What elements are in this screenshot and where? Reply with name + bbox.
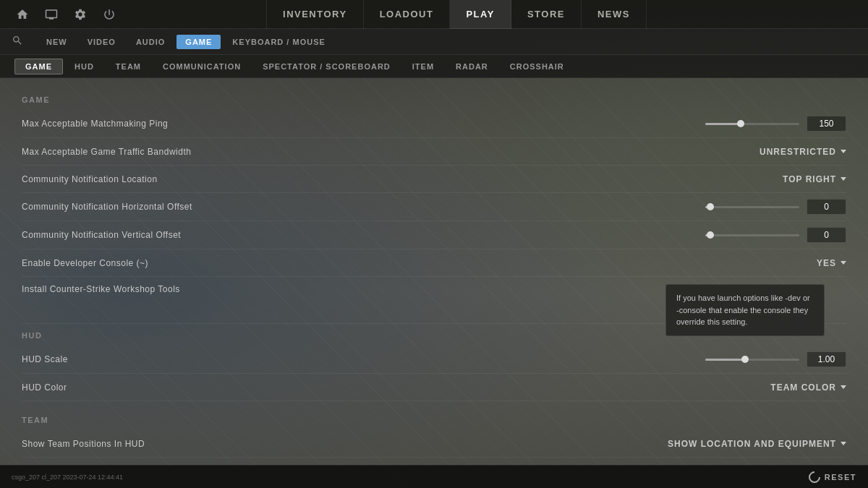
nav-news[interactable]: NEWS: [582, 0, 647, 29]
top-nav: INVENTORY LOADOUT PLAY STORE NEWS: [0, 0, 868, 29]
sub-tabs: GAME HUD TEAM COMMUNICATION SPECTATOR / …: [0, 55, 868, 78]
chevron-down-icon: [841, 442, 846, 445]
notif-horiz-label: Community Notification Horizontal Offset: [22, 202, 192, 212]
tab-audio[interactable]: AUDIO: [127, 35, 174, 49]
notif-vert-input[interactable]: [807, 227, 846, 243]
section-team: Team Show Team Positions In HUD SHOW LOC…: [22, 416, 846, 465]
nav-loadout[interactable]: LOADOUT: [364, 0, 451, 29]
section-game-label: Game: [22, 95, 846, 104]
tab-game[interactable]: GAME: [176, 35, 221, 49]
settings-tabs: NEW VIDEO AUDIO GAME KEYBOARD / MOUSE: [38, 35, 334, 49]
row-notif-location: Community Notification Location TOP RIGH…: [22, 166, 846, 193]
dev-console-dropdown[interactable]: YES: [817, 258, 846, 268]
row-notif-horiz: Community Notification Horizontal Offset: [22, 193, 846, 221]
team-positions-label: Show Team Positions In HUD: [22, 439, 145, 449]
notif-horiz-control: [705, 199, 846, 215]
subtab-radar[interactable]: RADAR: [446, 59, 498, 74]
matchmaking-ping-control: [705, 116, 846, 132]
settings-bar: NEW VIDEO AUDIO GAME KEYBOARD / MOUSE: [0, 29, 868, 55]
reset-icon: [806, 468, 822, 485]
bandwidth-label: Max Acceptable Game Traffic Bandwidth: [22, 147, 191, 157]
bandwidth-control: UNRESTRICTED: [760, 147, 846, 157]
row-hud-color: HUD Color TEAM COLOR: [22, 374, 846, 401]
row-install-workshop: Install Counter-Strike Workshop Tools If…: [22, 277, 846, 324]
row-hud-scale: HUD Scale: [22, 346, 846, 374]
chevron-down-icon: [841, 150, 846, 153]
matchmaking-ping-label: Max Acceptable Matchmaking Ping: [22, 119, 168, 129]
hud-color-dropdown[interactable]: TEAM COLOR: [770, 382, 846, 393]
team-positions-control: SHOW LOCATION AND EQUIPMENT: [668, 439, 846, 449]
team-positions-dropdown[interactable]: SHOW LOCATION AND EQUIPMENT: [668, 439, 846, 449]
dev-console-control: YES: [817, 258, 846, 268]
main-content: Game Max Acceptable Matchmaking Ping Max…: [0, 78, 868, 465]
hud-scale-input[interactable]: [807, 351, 846, 367]
power-icon[interactable]: [101, 7, 117, 22]
section-hud: Hud HUD Scale HUD Color TEAM COLOR: [22, 331, 846, 401]
hud-scale-label: HUD Scale: [22, 354, 68, 364]
row-notif-vert: Community Notification Vertical Offset: [22, 221, 846, 249]
subtab-team[interactable]: TEAM: [106, 59, 151, 74]
gear-icon[interactable]: [72, 7, 88, 22]
hud-scale-slider[interactable]: [705, 359, 799, 361]
dev-console-label: Enable Developer Console (~): [22, 258, 148, 268]
tab-keyboard-mouse[interactable]: KEYBOARD / MOUSE: [224, 35, 333, 49]
notif-location-dropdown[interactable]: TOP RIGHT: [783, 174, 846, 184]
nav-play[interactable]: PLAY: [450, 0, 511, 29]
nav-icons: [14, 7, 117, 22]
subtab-item[interactable]: ITEM: [402, 59, 444, 74]
bandwidth-dropdown[interactable]: UNRESTRICTED: [760, 147, 846, 157]
hud-scale-control: [705, 351, 846, 367]
row-dev-console: Enable Developer Console (~) YES: [22, 249, 846, 277]
matchmaking-ping-slider[interactable]: [705, 123, 799, 125]
tab-video[interactable]: VIDEO: [79, 35, 124, 49]
section-game: Game Max Acceptable Matchmaking Ping Max…: [22, 95, 846, 324]
tv-icon[interactable]: [43, 7, 59, 22]
row-teammate-colors: Show Teammate Colors in Competitive SHOW…: [22, 458, 846, 465]
notif-location-label: Community Notification Location: [22, 174, 158, 184]
notif-vert-label: Community Notification Vertical Offset: [22, 230, 181, 240]
hud-color-control: TEAM COLOR: [770, 382, 846, 393]
matchmaking-ping-input[interactable]: [807, 116, 846, 132]
notif-horiz-slider[interactable]: [705, 206, 799, 208]
bottom-bar: csgo_207 cl_207 2023-07-24 12:44:41 RESE…: [0, 465, 868, 488]
search-icon[interactable]: [12, 35, 23, 48]
home-icon[interactable]: [14, 7, 30, 22]
nav-inventory[interactable]: INVENTORY: [266, 0, 364, 29]
notif-location-control: TOP RIGHT: [783, 174, 846, 184]
tab-new[interactable]: NEW: [38, 35, 76, 49]
chevron-down-icon: [841, 177, 846, 181]
chevron-down-icon: [841, 385, 846, 389]
main-nav: INVENTORY LOADOUT PLAY STORE NEWS: [266, 0, 647, 29]
subtab-crosshair[interactable]: CROSSHAIR: [500, 59, 574, 74]
hud-color-label: HUD Color: [22, 382, 67, 393]
section-team-label: Team: [22, 416, 846, 424]
row-matchmaking-ping: Max Acceptable Matchmaking Ping: [22, 110, 846, 138]
row-team-positions: Show Team Positions In HUD SHOW LOCATION…: [22, 430, 846, 458]
subtab-hud[interactable]: HUD: [64, 59, 104, 74]
chevron-down-icon: [841, 261, 846, 265]
row-bandwidth: Max Acceptable Game Traffic Bandwidth UN…: [22, 138, 846, 166]
subtab-communication[interactable]: COMMUNICATION: [153, 59, 251, 74]
version-text: csgo_207 cl_207 2023-07-24 12:44:41: [12, 474, 123, 481]
install-workshop-label: Install Counter-Strike Workshop Tools: [22, 284, 180, 294]
tooltip-dev-console: If you have launch options like -dev or …: [665, 284, 825, 336]
notif-vert-control: [705, 227, 846, 243]
subtab-spectator-scoreboard[interactable]: SPECTATOR / SCOREBOARD: [252, 59, 401, 74]
subtab-game[interactable]: GAME: [14, 59, 63, 74]
notif-horiz-input[interactable]: [807, 199, 846, 215]
notif-vert-slider[interactable]: [705, 234, 799, 236]
reset-button[interactable]: RESET: [809, 471, 856, 483]
nav-store[interactable]: STORE: [511, 0, 582, 29]
